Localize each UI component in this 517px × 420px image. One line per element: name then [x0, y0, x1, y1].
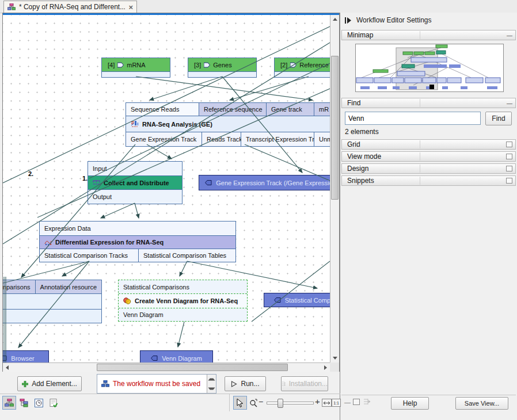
- node-title-row[interactable]: Differential Expression for RNA-Seq: [40, 235, 235, 249]
- hierarchy-view-icon: [20, 399, 28, 407]
- output-port[interactable]: Venn Diagram: [119, 308, 247, 321]
- output-box-gene-expression[interactable]: Gene Expression Track (/Gene Expression: [199, 175, 330, 190]
- input-port[interactable]: Sequence Reads: [126, 103, 199, 116]
- input-port[interactable]: Gene track: [267, 103, 314, 116]
- tab-bar: * Copy of RNA-Seq and Different... ×: [0, 0, 517, 13]
- node-title-row[interactable]: [3, 294, 101, 310]
- workflow-canvas[interactable]: [4] mRNA [3] Genes [2] Reference: [3, 15, 330, 362]
- section-header-minimap[interactable]: Minimap —: [341, 30, 516, 40]
- input-name: Reference: [299, 62, 329, 68]
- node-title-row[interactable]: Create Venn Diagram for RNA-Seq: [119, 294, 247, 308]
- hierarchy-view-button[interactable]: [17, 396, 31, 410]
- section-header-design[interactable]: Design: [341, 163, 516, 174]
- output-port[interactable]: Statistical Comparison Tables: [139, 249, 235, 262]
- minimize-section-icon[interactable]: —: [507, 100, 512, 106]
- minimize-section-icon[interactable]: —: [507, 32, 512, 39]
- dock-view-icon: [363, 398, 370, 405]
- section-label: Find: [347, 99, 360, 107]
- output-port[interactable]: Output: [88, 190, 182, 204]
- output-port[interactable]: Reads Track: [202, 132, 241, 146]
- status-down-arrow-icon[interactable]: [207, 384, 216, 393]
- expand-section-icon[interactable]: [506, 178, 512, 184]
- venn-diagram-icon: [123, 297, 131, 304]
- left-arrow-port-icon: [205, 180, 212, 186]
- left-arrow-port-icon: [274, 297, 281, 303]
- expand-section-icon[interactable]: [506, 142, 512, 147]
- help-button-label: Help: [403, 399, 417, 407]
- panel-header[interactable]: Workflow Editor Settings: [345, 16, 432, 24]
- output-port[interactable]: [3, 310, 101, 323]
- section-header-grid[interactable]: Grid: [341, 139, 516, 150]
- help-button[interactable]: Help: [391, 397, 429, 410]
- node-title-row[interactable]: Collect and Distribute: [88, 175, 182, 190]
- scrollbar-corner: [330, 362, 339, 372]
- installation-button-label: Installation...: [289, 380, 328, 388]
- input-box-mrna[interactable]: [4] mRNA: [101, 58, 170, 78]
- add-element-button[interactable]: Add Element...: [17, 376, 82, 391]
- fit-to-width-button[interactable]: [322, 399, 332, 407]
- minimize-view-icon[interactable]: —: [344, 399, 351, 406]
- expand-section-icon[interactable]: [506, 166, 512, 171]
- output-box-browser[interactable]: Browser: [3, 350, 49, 362]
- restore-view-icon[interactable]: [353, 399, 360, 405]
- node-title-row[interactable]: RNA-Seq Analysis (GE): [126, 116, 330, 132]
- tab-close-icon[interactable]: ×: [128, 3, 133, 12]
- output-box-statistical[interactable]: Statistical Compa: [264, 293, 330, 307]
- pointer-tool-button[interactable]: [233, 396, 247, 410]
- output-port[interactable]: Gene Expression Track: [126, 132, 202, 146]
- input-port[interactable]: Input: [88, 162, 182, 175]
- input-name: mRNA: [127, 62, 145, 68]
- horizontal-scroll-thumb[interactable]: [97, 364, 288, 371]
- horizontal-scrollbar[interactable]: [3, 362, 330, 372]
- minimap[interactable]: [355, 44, 504, 92]
- installation-button[interactable]: Installation...: [281, 376, 328, 391]
- port-label: Input: [93, 165, 107, 172]
- scroll-left-arrow-icon[interactable]: [3, 363, 12, 372]
- vertical-scroll-thumb[interactable]: [331, 56, 339, 200]
- element-info-view-button[interactable]: [47, 396, 60, 410]
- input-port[interactable]: Reference sequence: [199, 103, 267, 116]
- find-input[interactable]: [345, 112, 481, 125]
- output-port[interactable]: Statistical Comparison Tracks: [40, 249, 139, 262]
- zoom-in-icon[interactable]: +: [315, 396, 320, 406]
- input-port-strip: [188, 71, 256, 77]
- vertical-scrollbar[interactable]: [330, 15, 339, 362]
- workflow-view-button[interactable]: [2, 396, 16, 410]
- section-header-snippets[interactable]: Snippets: [341, 175, 516, 186]
- input-port[interactable]: Annotation resource: [36, 280, 101, 293]
- output-port[interactable]: Unma: [314, 132, 330, 146]
- workflow-tab[interactable]: * Copy of RNA-Seq and Different... ×: [3, 1, 137, 13]
- input-box-reference[interactable]: [2] Reference: [274, 58, 330, 78]
- node-collect-distribute[interactable]: Input Collect and Distribute Output: [88, 161, 183, 204]
- history-view-button[interactable]: [32, 396, 45, 410]
- status-up-arrow-icon[interactable]: [207, 375, 216, 384]
- node-left-partial[interactable]: nparisons Annotation resource: [3, 280, 102, 323]
- section-header-find[interactable]: Find —: [341, 98, 516, 108]
- section-header-view-mode[interactable]: View mode: [341, 151, 516, 162]
- run-button[interactable]: Run...: [225, 376, 266, 391]
- scroll-up-arrow-icon[interactable]: [330, 15, 339, 24]
- node-rnaseq-analysis[interactable]: Sequence Reads Reference sequence Gene t…: [126, 102, 330, 147]
- zoom-slider-thumb[interactable]: [277, 399, 283, 408]
- add-element-label: Add Element...: [32, 380, 77, 388]
- scroll-right-arrow-icon[interactable]: [321, 363, 330, 372]
- input-box-genes[interactable]: [3] Genes: [188, 58, 257, 78]
- node-create-venn-diagram[interactable]: Statistical Comparisons Create Venn Diag…: [118, 280, 248, 322]
- expand-section-icon[interactable]: [506, 154, 512, 159]
- zoom-out-icon[interactable]: −: [258, 397, 263, 406]
- scroll-down-arrow-icon[interactable]: [330, 354, 339, 362]
- input-index: [4]: [108, 62, 115, 68]
- right-arrow-port-icon: [204, 62, 210, 68]
- port-label: Output: [93, 193, 112, 200]
- node-differential-expression[interactable]: Expression Data Differential Expression …: [39, 221, 236, 262]
- find-button[interactable]: Find: [485, 112, 512, 125]
- output-port[interactable]: Transcript Expression Track: [241, 132, 314, 146]
- input-port[interactable]: nparisons: [3, 280, 36, 293]
- output-box-venn-diagram[interactable]: Venn Diagram: [140, 350, 213, 362]
- zoom-slider[interactable]: [267, 402, 314, 404]
- save-view-button[interactable]: Save View...: [455, 397, 508, 410]
- input-port[interactable]: mR: [314, 103, 330, 116]
- actual-size-button[interactable]: 1:1: [332, 399, 341, 407]
- input-port[interactable]: Statistical Comparisons: [119, 280, 247, 294]
- input-port[interactable]: Expression Data: [40, 222, 235, 235]
